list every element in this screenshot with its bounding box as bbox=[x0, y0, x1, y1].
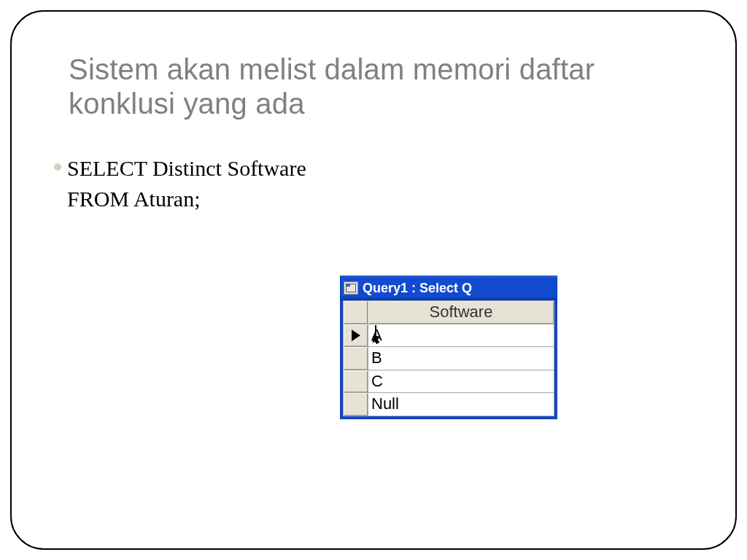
row-selector[interactable] bbox=[344, 324, 368, 347]
sql-line-1: SELECT Distinct Software bbox=[67, 153, 692, 183]
slide-frame: Sistem akan melist dalam memori daftar k… bbox=[10, 10, 737, 550]
window-title: Query1 : Select Q bbox=[363, 281, 472, 296]
column-header-software[interactable]: Software bbox=[368, 301, 554, 324]
grid-cell[interactable]: B bbox=[368, 347, 554, 370]
row-selector[interactable] bbox=[344, 370, 368, 393]
slide-body: SELECT Distinct Software FROM Aturan; bbox=[67, 153, 692, 214]
grid-cell[interactable]: A bbox=[368, 324, 554, 347]
row-selector[interactable] bbox=[344, 393, 368, 416]
grid-cell[interactable]: C bbox=[368, 370, 554, 393]
window-titlebar[interactable]: Query1 : Select Q bbox=[340, 276, 557, 300]
row-selector-header[interactable] bbox=[344, 301, 368, 324]
table-row[interactable]: B bbox=[344, 347, 554, 370]
grid-cell[interactable]: Null bbox=[368, 393, 554, 416]
slide-title: Sistem akan melist dalam memori daftar k… bbox=[69, 52, 692, 121]
row-selector[interactable] bbox=[344, 347, 368, 370]
window-client: Software A B bbox=[340, 300, 557, 419]
table-row[interactable]: C bbox=[344, 370, 554, 393]
grid-header-row: Software bbox=[344, 301, 554, 324]
result-grid[interactable]: Software A B bbox=[343, 300, 554, 416]
cell-value: A bbox=[371, 326, 382, 344]
table-row[interactable]: A bbox=[344, 324, 554, 347]
table-row[interactable]: Null bbox=[344, 393, 554, 416]
datasheet-icon bbox=[344, 281, 358, 295]
bullet-icon bbox=[54, 163, 61, 171]
sql-line-2: FROM Aturan; bbox=[67, 184, 692, 214]
query-result-window: Query1 : Select Q Software A bbox=[340, 276, 557, 419]
